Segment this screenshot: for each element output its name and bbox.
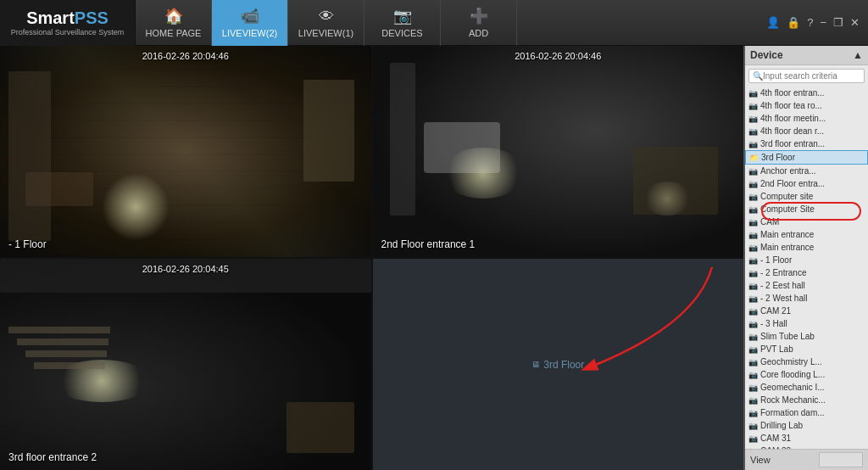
device-icon-main-entrance2: 📷 <box>748 243 758 252</box>
device-item-4th-floor-entrance[interactable]: 📷4th floor entran... <box>745 87 868 99</box>
sidebar-collapse-icon[interactable]: ▲ <box>853 49 863 61</box>
sidebar-header: Device ▲ <box>745 46 868 65</box>
close-icon[interactable]: ✕ <box>850 16 860 29</box>
device-icon-minus3-hall: 📷 <box>748 320 758 328</box>
device-icon-formation: 📷 <box>748 409 758 417</box>
device-item-geochemistry-l[interactable]: 📷Geochmistry L... <box>745 355 868 368</box>
device-item-geomechanic[interactable]: 📷Geomechanic I... <box>745 381 868 394</box>
device-icon-4th-floor-entrance: 📷 <box>748 89 758 98</box>
device-label-geomechanic: Geomechanic I... <box>760 383 825 392</box>
view-select[interactable]: View <box>819 452 863 467</box>
device-label-minus2-entrance: - 2 Entrance <box>760 268 806 277</box>
stairs <box>8 327 110 411</box>
device-icon-anchor-entrance: 📷 <box>748 167 758 176</box>
device-item-computer-site1[interactable]: 📷Computer site <box>745 190 868 203</box>
user-icon[interactable]: 👤 <box>766 16 780 29</box>
device-label-drilling-lab: Drilling Lab <box>760 421 803 430</box>
device-label-4th-floor-dean: 4th floor dean r... <box>760 126 824 136</box>
device-icon-computer-site2: 📷 <box>748 205 758 214</box>
device-item-rock-mechanic[interactable]: 📷Rock Mechanic... <box>745 394 868 406</box>
device-item-main-entrance1[interactable]: 📷Main entrance <box>745 228 868 241</box>
device-item-minus1-floor[interactable]: 📷- 1 Floor <box>745 254 868 266</box>
device-label-slim-tube-lab: Slim Tube Lab <box>760 332 815 341</box>
desk-shape <box>633 147 718 215</box>
lock-icon[interactable]: 🔒 <box>787 16 800 29</box>
device-item-4th-floor-meeting[interactable]: 📷4th floor meetin... <box>745 112 868 125</box>
restore-icon[interactable]: ❐ <box>833 16 843 29</box>
device-item-formation[interactable]: 📷Formation dam... <box>745 406 868 419</box>
device-item-anchor-entrance[interactable]: 📷Anchor entra... <box>745 165 868 177</box>
liveview2-icon: 📹 <box>241 7 259 25</box>
video-grid: 2016-02-26 20:04:46 - 1 Floor 2016-02-26… <box>0 46 745 470</box>
device-item-2nd-floor-entrance[interactable]: 📷2nd Floor entra... <box>745 177 868 190</box>
device-item-minus3-hall[interactable]: 📷- 3 Hall <box>745 317 868 330</box>
video-cell-1[interactable]: 2016-02-26 20:04:46 - 1 Floor <box>0 46 371 257</box>
search-box[interactable]: 🔍 <box>748 69 865 83</box>
minimize-icon[interactable]: − <box>820 16 826 29</box>
device-label-3rd-floor-entrance1: 3rd floor entran... <box>760 139 825 148</box>
device-item-3rd-floor-entrance1[interactable]: 📷3rd floor entran... <box>745 137 868 150</box>
main-area: 2016-02-26 20:04:46 - 1 Floor 2016-02-26… <box>0 46 868 470</box>
window-controls: 👤 🔒 ? − ❐ ✕ <box>766 16 868 29</box>
search-icon: 🔍 <box>753 71 763 81</box>
home-icon: 🏠 <box>164 7 183 25</box>
video-label-3: 3rd floor entrance 2 <box>8 451 97 463</box>
device-icon-main-entrance1: 📷 <box>748 231 758 239</box>
floor3-drop-label: 🖥 3rd Floor <box>531 359 584 371</box>
device-icon-pvt-lab: 📷 <box>748 345 758 354</box>
device-label-geochemistry-l: Geochmistry L... <box>760 357 822 366</box>
tab-add[interactable]: ➕ ADD <box>441 0 517 46</box>
device-icon-cam14: 📷 <box>748 218 758 227</box>
lobby-el-2 <box>303 80 354 182</box>
device-item-pvt-lab[interactable]: 📷PVT Lab <box>745 343 868 355</box>
tab-liveview1[interactable]: 👁 LIVEVIEW(1) <box>288 0 364 46</box>
device-item-drilling-lab[interactable]: 📷Drilling Lab <box>745 419 868 432</box>
device-icon-computer-site1: 📷 <box>748 193 758 201</box>
tab-home[interactable]: 🏠 HOME PAGE <box>136 0 212 46</box>
device-item-minus2-entrance[interactable]: 📷- 2 Entrance <box>745 266 868 279</box>
timestamp-1: 2016-02-26 20:04:46 <box>142 51 229 61</box>
device-item-slim-tube-lab[interactable]: 📷Slim Tube Lab <box>745 330 868 343</box>
device-label-computer-site2: Computer Site <box>760 204 815 214</box>
logo-subtitle: Professional Surveillance System <box>11 28 125 36</box>
timestamp-3: 2016-02-26 20:04:45 <box>142 264 229 274</box>
help-icon[interactable]: ? <box>807 16 813 29</box>
video-cell-3[interactable]: 2016-02-26 20:04:45 3rd floor entrance 2 <box>0 259 371 470</box>
video-cell-4[interactable]: 🖥 3rd Floor <box>373 259 744 470</box>
video-label-2: 2nd Floor entrance 1 <box>381 238 476 250</box>
device-item-core-flooding[interactable]: 📷Core flooding L... <box>745 368 868 381</box>
device-item-minus2-west[interactable]: 📷- 2 West hall <box>745 292 868 305</box>
view-bottom-bar: View View <box>745 449 868 470</box>
device-icon-3rd-floor-entrance1: 📷 <box>748 140 758 148</box>
cam-feed-1 <box>0 46 371 257</box>
add-icon: ➕ <box>470 7 488 25</box>
nav-tabs: 🏠 HOME PAGE 📹 LIVEVIEW(2) 👁 LIVEVIEW(1) … <box>136 0 517 46</box>
device-item-cam14[interactable]: 📷CAM <box>745 215 868 228</box>
tab-devices[interactable]: 📷 DEVICES <box>364 0 441 46</box>
device-item-cam31[interactable]: 📷CAM 31 <box>745 432 868 445</box>
device-item-3rd-floor[interactable]: 📁3rd Floor <box>745 150 868 165</box>
device-item-computer-site2[interactable]: 📷Computer Site <box>745 203 868 215</box>
device-icon-rock-mechanic: 📷 <box>748 396 758 405</box>
video-cell-2[interactable]: 2016-02-26 20:04:46 2nd Floor entrance 1 <box>373 46 744 257</box>
search-input[interactable] <box>763 71 860 81</box>
tab-liveview2[interactable]: 📹 LIVEVIEW(2) <box>212 0 288 46</box>
cam-feed-3 <box>0 259 371 470</box>
device-label-cam31: CAM 31 <box>760 434 791 443</box>
device-item-minus2-east[interactable]: 📷- 2 Eest hall <box>745 279 868 292</box>
device-item-4th-floor-tea[interactable]: 📷4th floor tea ro... <box>745 99 868 112</box>
device-list[interactable]: 📷4th floor entran...📷4th floor tea ro...… <box>745 87 868 449</box>
device-item-4th-floor-dean[interactable]: 📷4th floor dean r... <box>745 125 868 137</box>
device-icon-geomechanic: 📷 <box>748 383 758 392</box>
device-icon-minus2-west: 📷 <box>748 294 758 303</box>
device-label-rock-mechanic: Rock Mechanic... <box>760 395 826 405</box>
device-item-main-entrance2[interactable]: 📷Main entrance <box>745 241 868 254</box>
logo-area: SmartPSS Professional Surveillance Syste… <box>0 0 136 46</box>
device-label-cam21: CAM 21 <box>760 306 791 316</box>
device-item-cam21[interactable]: 📷CAM 21 <box>745 305 868 317</box>
device-label-minus3-hall: - 3 Hall <box>760 319 787 328</box>
light-1 <box>102 173 170 241</box>
device-label-anchor-entrance: Anchor entra... <box>760 166 816 176</box>
device-icon-3rd-floor: 📁 <box>749 154 759 162</box>
device-label-computer-site1: Computer site <box>760 192 813 201</box>
